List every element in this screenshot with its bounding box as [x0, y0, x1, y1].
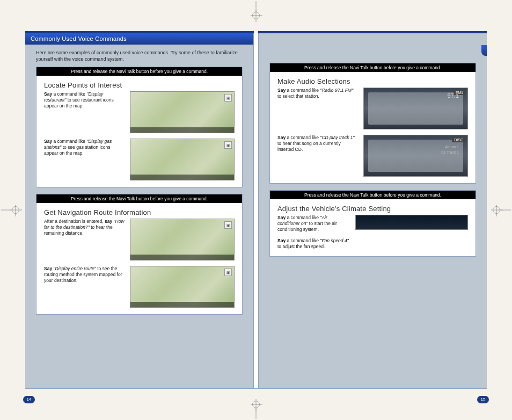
audio-item-1: Say a command like "Radio 97.1 FM" to se…	[277, 88, 358, 129]
climate-item-2: Say a command like "Fan speed 4" to adju…	[277, 238, 350, 250]
page-spread: Commonly Used Voice Commands Here are so…	[25, 31, 487, 389]
route-item-2: Say "Display entire route" to see the ro…	[44, 266, 125, 308]
navi-instruction: Press and release the Navi Talk button b…	[36, 67, 242, 76]
route-box: Press and release the Navi Talk button b…	[36, 194, 243, 315]
audio-title: Make Audio Selections	[277, 77, 468, 85]
track-label: 01 Track 1	[441, 150, 459, 154]
left-page: Commonly Used Voice Commands Here are so…	[25, 33, 254, 388]
intro-text: Here are some examples of commonly used …	[25, 45, 253, 67]
climate-title: Adjust the Vehicle's Climate Setting	[277, 205, 468, 213]
poi-box: Press and release the Navi Talk button b…	[36, 67, 243, 187]
poi-item-1: Say a command like "Display restaurant" …	[44, 91, 125, 133]
map-screenshot-gas: ▣	[130, 139, 235, 180]
registration-mark	[12, 206, 19, 214]
map-screenshot-route: ▣	[130, 266, 235, 308]
poi-title: Locate Points of Interest	[44, 81, 235, 89]
right-page: Press and release the Navi Talk button b…	[258, 33, 487, 388]
climate-display-strip	[355, 215, 468, 230]
section-title: Commonly Used Voice Commands	[25, 33, 253, 45]
cd-screenshot: DISC Album 1 01 Track 1	[363, 135, 468, 177]
audio-item-2: Say a command like "CD play track 1" to …	[277, 135, 358, 177]
audio-box: Press and release the Navi Talk button b…	[269, 63, 476, 184]
navi-instruction: Press and release the Navi Talk button b…	[270, 63, 476, 72]
page-number-left: 14	[23, 396, 35, 403]
map-icon: ▣	[224, 269, 232, 276]
map-icon: ▣	[224, 94, 232, 102]
frequency-display: 97.1	[448, 92, 459, 99]
map-screenshot-restaurant: ▣	[130, 91, 235, 133]
route-title: Get Navigation Route Information	[44, 208, 235, 216]
map-icon: ▣	[224, 221, 232, 229]
disc-label: DISC	[452, 137, 465, 142]
map-screenshot-distance: ▣	[130, 219, 235, 260]
navi-instruction: Press and release the Navi Talk button b…	[270, 191, 476, 199]
poi-item-2: Say a command like "Display gas stations…	[44, 139, 125, 180]
tab-decoration	[481, 45, 487, 56]
registration-mark	[493, 206, 500, 214]
map-icon: ▣	[224, 141, 232, 149]
radio-screenshot: FM1 97.1	[363, 88, 468, 129]
route-item-1: After a destination is entered, say "How…	[44, 219, 125, 260]
page-gutter	[254, 33, 258, 388]
registration-mark	[252, 401, 260, 408]
navi-instruction: Press and release the Navi Talk button b…	[36, 194, 242, 203]
album-label: Album 1	[445, 145, 459, 149]
climate-box: Press and release the Navi Talk button b…	[269, 190, 476, 257]
registration-mark	[252, 12, 260, 19]
climate-panel-photo	[355, 238, 468, 250]
climate-item-1: Say a command like "Air conditioner on" …	[277, 215, 350, 233]
page-number-right: 15	[477, 396, 489, 403]
